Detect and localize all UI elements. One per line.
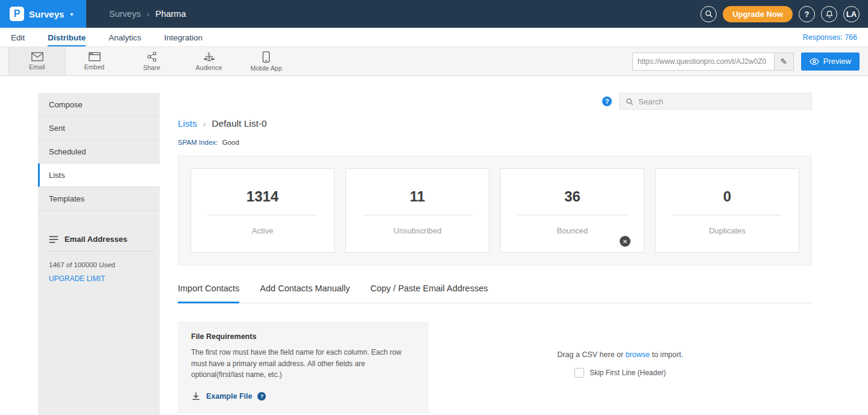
file-requirements-box: File Requirements The first row must hav… (178, 322, 429, 413)
stat-value: 0 (656, 188, 799, 205)
email-addresses-label: Email Addresses (64, 235, 127, 244)
divider (673, 215, 781, 215)
file-requirements-body: The first row must have the field name f… (191, 347, 408, 381)
breadcrumb: Surveys › Pharma (109, 9, 186, 19)
example-file-row: Example File ? (191, 391, 415, 401)
skip-first-line-label: Skip First Line (Header) (590, 369, 666, 377)
import-content: File Requirements The first row must hav… (178, 322, 812, 413)
survey-nav: Edit Distribute Analytics Integration Re… (0, 28, 868, 46)
stat-label: Duplicates (656, 226, 799, 235)
breadcrumb-separator-icon: › (203, 119, 206, 128)
breadcrumb-separator-icon: › (146, 10, 149, 19)
toolbar-item-embed[interactable]: Embed (66, 47, 123, 75)
preview-label: Preview (823, 57, 851, 66)
preview-button[interactable]: Preview (801, 52, 860, 71)
bell-icon (825, 10, 834, 18)
email-sidebar: Compose Sent Scheduled Lists Templates E… (38, 93, 160, 415)
toolbar-item-audience[interactable]: $ Audience (180, 47, 237, 75)
spam-index-label: SPAM Index: (178, 139, 218, 146)
usage-text: 1467 of 100000 Used (38, 252, 160, 268)
search-button[interactable] (700, 6, 717, 22)
example-file-link[interactable]: Example File (206, 392, 252, 401)
product-switcher[interactable]: P Surveys ▾ (0, 0, 86, 28)
drag-csv-text: Drag a CSV here or browse to import. (557, 350, 683, 359)
notifications-button[interactable] (821, 6, 837, 22)
stat-card-duplicates[interactable]: 0 Duplicates (655, 168, 799, 253)
spam-index-value: Good (222, 139, 239, 146)
list-stats: 1314 Active 11 Unsubscribed 36 Bounced ✕… (178, 156, 812, 265)
stat-value: 1314 (191, 188, 334, 205)
sidebar-item-lists[interactable]: Lists (38, 163, 160, 187)
toolbar-item-label: Email (29, 63, 45, 71)
upgrade-limit-link[interactable]: UPGRADE LIMIT (38, 268, 160, 289)
tab-analytics[interactable]: Analytics (108, 30, 141, 46)
avatar[interactable]: LA (843, 6, 860, 22)
survey-url-input[interactable] (632, 52, 775, 71)
eye-icon (810, 58, 819, 65)
toolbar-item-label: Mobile App (251, 65, 282, 72)
stat-value: 36 (501, 188, 644, 205)
contacts-tabs: Import Contacts Add Contacts Manually Co… (178, 284, 812, 303)
skip-first-line-checkbox[interactable] (574, 368, 584, 378)
sidebar-item-sent[interactable]: Sent (38, 116, 160, 140)
audience-icon: $ (203, 51, 215, 62)
skip-first-line-row: Skip First Line (Header) (574, 368, 666, 378)
tab-add-contacts-manually[interactable]: Add Contacts Manually (260, 284, 350, 303)
email-addresses-section: Email Addresses 1467 of 100000 Used UPGR… (38, 227, 160, 289)
help-icon[interactable]: ? (602, 97, 612, 106)
survey-link-group: ✎ Preview (632, 47, 860, 75)
stat-label: Active (191, 226, 334, 235)
share-icon (146, 51, 157, 62)
breadcrumb-surveys-link[interactable]: Surveys (109, 9, 140, 19)
stat-card-active[interactable]: 1314 Active (190, 168, 335, 253)
stat-value: 11 (346, 188, 489, 205)
distribute-toolbar: Email Embed Share $ Audience Mobile App … (0, 46, 868, 76)
search-icon (626, 98, 634, 106)
pencil-icon: ✎ (780, 57, 787, 66)
divider (208, 215, 316, 215)
tab-edit[interactable]: Edit (11, 30, 25, 46)
list-icon (49, 235, 58, 244)
toolbar-item-share[interactable]: Share (123, 47, 180, 75)
spam-index-row: SPAM Index: Good (178, 139, 812, 146)
search-input[interactable] (638, 97, 805, 106)
toolbar-item-label: Audience (196, 64, 222, 71)
toolbar-item-label: Share (143, 64, 160, 71)
top-bar: P Surveys ▾ Surveys › Pharma Upgrade Now… (0, 0, 868, 28)
toolbar-item-email[interactable]: Email (8, 47, 66, 75)
responses-count[interactable]: Responses: 766 (803, 33, 857, 46)
csv-drop-area[interactable]: Drag a CSV here or browse to import. Ski… (429, 322, 812, 413)
sidebar-item-scheduled[interactable]: Scheduled (38, 140, 160, 163)
list-breadcrumb: Lists › Default List-0 (178, 118, 812, 129)
mobile-app-icon (262, 51, 270, 63)
breadcrumb-lists-link[interactable]: Lists (178, 118, 197, 129)
topbar-actions: Upgrade Now ? LA (700, 6, 868, 22)
file-requirements-title: File Requirements (191, 332, 415, 341)
sidebar-item-compose[interactable]: Compose (38, 93, 160, 116)
divider (518, 215, 626, 215)
sidebar-item-templates[interactable]: Templates (38, 187, 160, 211)
browse-link[interactable]: browse (626, 350, 650, 359)
edit-url-button[interactable]: ✎ (775, 52, 794, 71)
stat-label: Unsubscribed (346, 226, 489, 235)
tab-distribute[interactable]: Distribute (48, 30, 86, 46)
toolbar-item-mobile-app[interactable]: Mobile App (237, 47, 295, 75)
stat-card-unsubscribed[interactable]: 11 Unsubscribed (345, 168, 489, 253)
help-button[interactable]: ? (799, 6, 815, 22)
embed-icon (89, 52, 101, 62)
lists-panel: ? Lists › Default List-0 SPAM Index: Goo… (160, 93, 830, 415)
toolbar-item-label: Embed (84, 63, 104, 71)
clear-bounced-button[interactable]: ✕ (620, 236, 631, 247)
tab-copy-paste-emails[interactable]: Copy / Paste Email Addresses (370, 284, 488, 303)
upgrade-now-button[interactable]: Upgrade Now (723, 6, 793, 22)
tab-integration[interactable]: Integration (164, 30, 203, 46)
tab-import-contacts[interactable]: Import Contacts (178, 284, 239, 303)
list-search-box (619, 93, 812, 110)
stat-card-bounced[interactable]: 36 Bounced ✕ (500, 168, 644, 253)
email-icon (31, 52, 43, 62)
svg-text:$: $ (207, 51, 210, 57)
help-icon[interactable]: ? (257, 392, 266, 401)
breadcrumb-survey-name: Pharma (156, 9, 186, 19)
email-addresses-header: Email Addresses (38, 227, 160, 251)
survey-nav-tabs: Edit Distribute Analytics Integration (11, 28, 203, 46)
